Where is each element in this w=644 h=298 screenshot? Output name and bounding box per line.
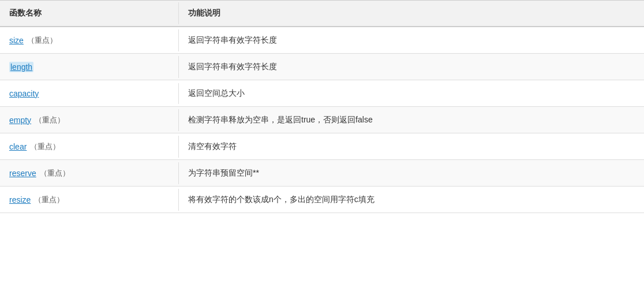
col-function-desc-clear: 清空有效字符	[179, 136, 644, 158]
table-row: capacity返回空间总大小	[0, 80, 644, 107]
col-function-name-clear: clear（重点）	[0, 136, 179, 158]
function-link-reserve[interactable]: reserve	[9, 169, 36, 178]
table-header: 函数名称 功能说明	[0, 1, 644, 27]
functions-table: 函数名称 功能说明 size（重点）返回字符串有效字符长度length返回字符串…	[0, 0, 644, 213]
table-row: resize（重点）将有效字符的个数该成n个，多出的空间用字符c填充	[0, 187, 644, 213]
function-tag-size: （重点）	[27, 35, 57, 46]
col-function-desc-empty: 检测字符串释放为空串，是返回true，否则返回false	[179, 109, 644, 131]
function-link-length[interactable]: length	[10, 62, 32, 72]
col-function-name-empty: empty（重点）	[0, 109, 179, 131]
table-row: clear（重点）清空有效字符	[0, 133, 644, 160]
col-function-name-capacity: capacity	[0, 83, 179, 104]
function-link-empty[interactable]: empty	[9, 116, 31, 125]
col-function-name-reserve: reserve（重点）	[0, 162, 179, 184]
col-function-desc-reserve: 为字符串预留空间**	[179, 162, 644, 184]
function-tag-clear: （重点）	[30, 141, 60, 152]
header-col-desc-text: 功能说明	[188, 8, 220, 18]
table-row: empty（重点）检测字符串释放为空串，是返回true，否则返回false	[0, 107, 644, 133]
col-function-name-resize: resize（重点）	[0, 189, 179, 211]
function-link-size[interactable]: size	[9, 36, 24, 45]
function-link-clear[interactable]: clear	[9, 142, 27, 151]
col-function-name-length: length	[0, 56, 179, 78]
header-col-desc: 功能说明	[179, 2, 644, 24]
col-function-desc-capacity: 返回空间总大小	[179, 83, 644, 105]
function-tag-empty: （重点）	[35, 115, 65, 125]
table-row: length返回字符串有效字符长度	[0, 54, 644, 80]
function-link-capacity[interactable]: capacity	[9, 89, 39, 98]
function-tag-resize: （重点）	[34, 195, 64, 205]
function-tag-reserve: （重点）	[40, 168, 70, 178]
col-function-desc-size: 返回字符串有效字符长度	[179, 29, 644, 51]
col-function-name-size: size（重点）	[0, 29, 179, 51]
col-function-desc-length: 返回字符串有效字符长度	[179, 56, 644, 78]
col-function-desc-resize: 将有效字符的个数该成n个，多出的空间用字符c填充	[179, 189, 644, 211]
table-row: reserve（重点）为字符串预留空间**	[0, 160, 644, 187]
header-col-name: 函数名称	[0, 2, 179, 24]
function-link-resize[interactable]: resize	[9, 195, 31, 204]
table-row: size（重点）返回字符串有效字符长度	[0, 27, 644, 54]
header-col-name-text: 函数名称	[9, 8, 42, 18]
